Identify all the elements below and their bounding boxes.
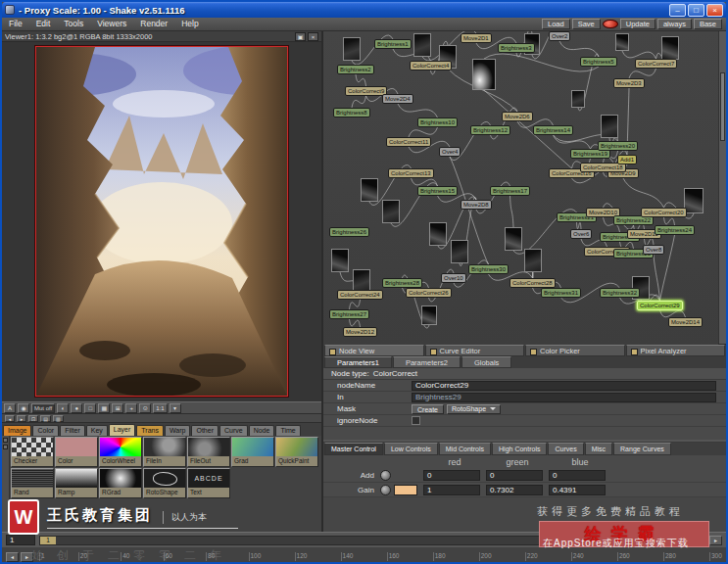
- graph-node-brightness3[interactable]: Brightness3: [498, 43, 535, 53]
- topbar-save-button[interactable]: Save: [572, 19, 601, 29]
- palette-ramp[interactable]: Ramp: [55, 468, 98, 498]
- palette-checker[interactable]: Checker: [11, 437, 54, 467]
- channel-red-icon[interactable]: ◐: [57, 403, 69, 413]
- add-green-field[interactable]: 0: [486, 470, 543, 481]
- tab-trans[interactable]: Trans: [136, 425, 164, 436]
- graph-node-move2d3[interactable]: Move2D3: [613, 78, 645, 88]
- channel-blue-icon[interactable]: □: [84, 403, 96, 413]
- tab-filter[interactable]: Filter: [60, 425, 85, 436]
- graph-node-brightness32[interactable]: Brightness32: [600, 288, 640, 298]
- add-red-field[interactable]: 0: [423, 470, 480, 481]
- step-back-icon[interactable]: ◂: [5, 415, 15, 422]
- palette-quickpaint[interactable]: QuickPaint: [275, 437, 318, 467]
- graph-node-colorcorrect29[interactable]: ColorCorrect29: [637, 301, 683, 310]
- in-field[interactable]: Brightness29: [412, 393, 716, 402]
- compare-toggle-icon[interactable]: ◉: [18, 403, 29, 413]
- palette-grad[interactable]: Grad: [231, 437, 274, 467]
- zoom-icon[interactable]: ⊞: [112, 403, 123, 413]
- add-toggle-knob[interactable]: [380, 470, 391, 481]
- graph-node-move2d4[interactable]: Move2D4: [382, 94, 413, 104]
- mask-shape-dropdown[interactable]: RotoShape: [447, 404, 501, 414]
- timeline-start-field[interactable]: 1: [6, 535, 35, 545]
- tab-layer[interactable]: Layer: [109, 424, 136, 436]
- node-thumbnail[interactable]: [615, 33, 629, 51]
- chevron-down-icon[interactable]: ▾: [170, 403, 181, 413]
- graph-node-brightness30[interactable]: Brightness30: [468, 264, 509, 274]
- palette-rand[interactable]: Rand: [11, 468, 54, 498]
- graph-node-brightness1[interactable]: Brightness1: [374, 39, 412, 49]
- node-thumbnail[interactable]: [451, 240, 468, 263]
- graph-node-over10[interactable]: Over10: [441, 273, 466, 283]
- graph-node-brightness10[interactable]: Brightness10: [417, 118, 458, 127]
- graph-node-colorcorrect20[interactable]: ColorCorrect20: [641, 208, 687, 217]
- gain-color-swatch[interactable]: [394, 485, 417, 495]
- tab-low-controls[interactable]: Low Controls: [384, 443, 438, 455]
- gain-blue-field[interactable]: 0.4391: [549, 485, 606, 495]
- graph-node-brightness14[interactable]: Brightness14: [533, 125, 573, 135]
- graph-node-over6[interactable]: Over6: [570, 229, 592, 239]
- graph-node-brightness28[interactable]: Brightness28: [382, 278, 422, 288]
- graph-node-brightness12[interactable]: Brightness12: [470, 125, 510, 135]
- node-thumbnail[interactable]: [601, 115, 618, 138]
- ignorenode-checkbox[interactable]: [412, 416, 420, 425]
- gain-green-field[interactable]: 0.7302: [486, 485, 543, 495]
- maximize-button[interactable]: □: [688, 4, 704, 17]
- node-thumbnail[interactable]: [343, 37, 361, 61]
- node-thumbnail[interactable]: [331, 249, 349, 272]
- graph-node-colorcorrect11[interactable]: ColorCorrect11: [386, 137, 431, 147]
- graph-node-brightness15[interactable]: Brightness15: [417, 186, 458, 196]
- palette-text[interactable]: ABCDEText: [187, 468, 230, 498]
- node-thumbnail[interactable]: [524, 249, 542, 272]
- node-thumbnail[interactable]: [661, 36, 679, 60]
- node-thumbnail[interactable]: [429, 222, 447, 246]
- node-thumbnail[interactable]: [571, 90, 585, 108]
- tab-curve-editor[interactable]: Curve Editor: [425, 345, 525, 356]
- palette-rgrad[interactable]: RGrad: [99, 468, 142, 498]
- tab-warp[interactable]: Warp: [165, 425, 190, 436]
- graph-node-brightness20[interactable]: Brightness20: [598, 141, 638, 151]
- graph-node-colorcorrect4[interactable]: ColorCorrect4: [410, 61, 452, 70]
- graph-node-colorcorrect7[interactable]: ColorCorrect7: [635, 59, 677, 69]
- graph-node-colorcorrect26[interactable]: ColorCorrect26: [406, 288, 452, 298]
- mask-icon[interactable]: ▤: [40, 415, 51, 422]
- crosshair-icon[interactable]: +: [125, 403, 137, 413]
- mute-button[interactable]: Mut off: [31, 403, 55, 413]
- tab-color[interactable]: Color: [32, 425, 59, 436]
- graph-node-over2[interactable]: Over2: [549, 31, 570, 41]
- graph-node-over4[interactable]: Over4: [439, 147, 461, 157]
- timeline-nav-button[interactable]: ▸: [709, 536, 722, 545]
- palette-color[interactable]: Color: [55, 437, 98, 467]
- tab-misc[interactable]: Misc: [585, 443, 612, 455]
- graph-node-colorcorrect13[interactable]: ColorCorrect13: [388, 168, 434, 178]
- menu-render[interactable]: Render: [133, 18, 174, 30]
- tab-other[interactable]: Other: [191, 425, 218, 436]
- channel-green-icon[interactable]: ●: [71, 403, 82, 413]
- tab-curve[interactable]: Curve: [219, 425, 248, 436]
- viewer-canvas[interactable]: [2, 42, 321, 401]
- graph-node-brightness5[interactable]: Brightness5: [580, 57, 617, 67]
- palette-filein[interactable]: FileIn: [143, 437, 186, 467]
- graph-node-brightness8[interactable]: Brightness8: [333, 108, 370, 118]
- close-button[interactable]: ×: [706, 4, 723, 17]
- menu-help[interactable]: Help: [174, 18, 205, 30]
- timeline-playhead[interactable]: 1: [40, 537, 56, 544]
- node-graph-canvas[interactable]: Brightness1ColorCorrect4Move2D1Brightnes…: [323, 31, 718, 345]
- tab-pixel-analyzer[interactable]: Pixel Analyzer: [626, 345, 726, 356]
- viewer-close-icon[interactable]: ×: [308, 32, 318, 41]
- menu-viewers[interactable]: Viewers: [90, 18, 133, 30]
- palette-rotoshape[interactable]: RotoShape: [143, 468, 186, 498]
- node-thumbnail[interactable]: [382, 200, 400, 223]
- mask-create-button[interactable]: Create: [412, 404, 444, 414]
- node-thumbnail[interactable]: [421, 306, 437, 325]
- graph-node-brightness26[interactable]: Brightness26: [329, 227, 369, 237]
- tab-node-view[interactable]: Node View: [324, 345, 424, 356]
- tab-time[interactable]: Time: [275, 425, 300, 436]
- tab-high-controls[interactable]: High Controls: [492, 443, 547, 455]
- tab-key[interactable]: Key: [86, 425, 108, 436]
- graph-node-colorcorrect9[interactable]: ColorCorrect9: [345, 86, 387, 96]
- tab-parameters1[interactable]: Parameters1: [324, 356, 392, 368]
- tab-parameters2[interactable]: Parameters2: [393, 356, 461, 368]
- graph-node-move2d1[interactable]: Move2D1: [461, 33, 492, 43]
- graph-node-move2d8[interactable]: Move2D8: [461, 200, 492, 210]
- wipe-icon[interactable]: ▥: [53, 415, 64, 422]
